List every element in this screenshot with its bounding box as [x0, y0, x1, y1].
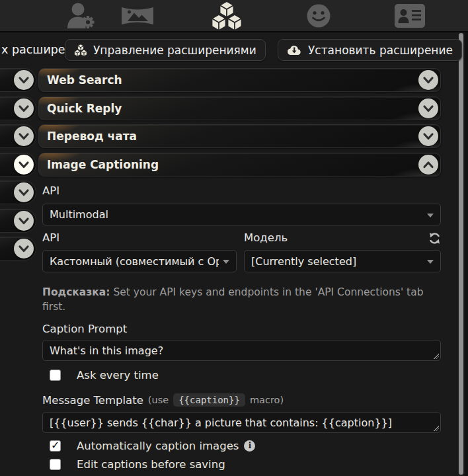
caption-prompt-input[interactable]: What's in this image?: [42, 340, 441, 361]
multimodal-model-select[interactable]: [Currently selected]: [244, 250, 441, 272]
chevron-down-icon[interactable]: [14, 70, 34, 90]
left-rail-pill[interactable]: [0, 237, 36, 260]
multimodal-model-label: Модель: [244, 231, 288, 245]
cubes-icon: [74, 44, 87, 57]
drawer-web-search[interactable]: Web Search: [38, 68, 441, 92]
message-template-input[interactable]: [{{user}} sends {{char}} a picture that …: [42, 412, 441, 433]
panel-right-edge: [465, 32, 468, 476]
message-template-value: [{{user}} sends {{char}} a picture that …: [50, 416, 392, 429]
chevron-up-icon[interactable]: [418, 155, 438, 175]
chevron-down-icon[interactable]: [418, 99, 438, 118]
drawer-image-captioning[interactable]: Image Captioning: [38, 153, 441, 177]
left-rail-pill[interactable]: [0, 68, 36, 92]
hint-bold: Подсказка:: [42, 286, 110, 298]
api-hint-text: Подсказка: Set your API keys and endpoin…: [42, 285, 441, 314]
left-rail-pill[interactable]: [0, 209, 36, 233]
multimodal-api-value: Кастомный (совместимый с Op: [50, 255, 219, 268]
backgrounds-panorama-icon[interactable]: [120, 4, 155, 28]
select-arrow-icon: [223, 260, 229, 264]
extensions-cubes-icon[interactable]: [211, 1, 243, 31]
info-icon[interactable]: i: [244, 440, 255, 452]
caption-source-label: API: [42, 184, 441, 198]
edit-captions-row: Edit captions before saving: [50, 457, 441, 471]
ask-every-time-checkbox[interactable]: [50, 370, 61, 381]
install-extension-label: Установить расширение: [308, 44, 453, 57]
chevron-down-icon[interactable]: [14, 126, 34, 146]
drawer-title: Quick Reply: [47, 97, 122, 120]
multimodal-api-label: API: [42, 231, 59, 245]
caption-macro-chip: {{caption}}: [173, 393, 245, 407]
multimodal-model-value: [Currently selected]: [251, 255, 356, 268]
chevron-down-icon[interactable]: [14, 155, 34, 175]
scrollbar-track[interactable]: [458, 32, 464, 476]
select-arrow-icon: [427, 214, 434, 218]
chevron-down-icon[interactable]: [14, 239, 34, 258]
caption-source-select[interactable]: Multimodal: [42, 204, 441, 225]
manage-extensions-label: Управление расширениями: [93, 44, 256, 57]
edit-captions-label: Edit captions before saving: [77, 458, 225, 471]
left-rail-pill[interactable]: [0, 124, 36, 148]
multimodal-api-select[interactable]: Кастомный (совместимый с Op: [42, 250, 237, 272]
drawer-title: Перевод чата: [47, 125, 137, 147]
auto-caption-label: Automatically caption images: [77, 440, 239, 452]
message-template-row: Message Template (use {{caption}} macro): [42, 391, 441, 409]
ask-every-time-row: Ask every time: [50, 369, 441, 381]
manage-extensions-button[interactable]: Управление расширениями: [65, 39, 266, 61]
install-extension-button[interactable]: Установить расширение: [278, 39, 462, 61]
caption-options-group: Automatically caption images i Edit capt…: [42, 439, 441, 476]
select-arrow-icon: [427, 260, 434, 264]
auto-caption-row: Automatically caption images i: [50, 439, 441, 452]
chevron-down-icon[interactable]: [418, 126, 438, 146]
ask-every-time-label: Ask every time: [77, 369, 159, 381]
refresh-models-icon[interactable]: [428, 232, 441, 245]
extensions-actions-row: х расширений Управление расширениями Уст…: [0, 38, 456, 63]
message-template-label: Message Template: [42, 394, 143, 407]
chevron-down-icon[interactable]: [418, 70, 438, 90]
left-rail-pill[interactable]: [0, 180, 36, 204]
left-rail-pill[interactable]: [0, 153, 36, 177]
user-settings-icon[interactable]: [65, 2, 97, 30]
caption-prompt-value: What's in this image?: [50, 344, 163, 357]
scrollbar-thumb[interactable]: [459, 33, 463, 475]
cloud-download-icon: [287, 44, 302, 56]
resize-grip-icon[interactable]: [433, 353, 439, 359]
template-use-text: (use: [148, 395, 169, 405]
personas-smiley-icon[interactable]: [306, 3, 331, 28]
left-rail-pill[interactable]: [0, 97, 36, 120]
drawer-title: Web Search: [47, 69, 122, 91]
drawer-quick-reply[interactable]: Quick Reply: [38, 97, 441, 120]
top-toolbar: [0, 0, 468, 32]
chevron-down-icon[interactable]: [14, 99, 34, 118]
caption-prompt-label: Caption Prompt: [42, 322, 441, 337]
chevron-down-icon[interactable]: [14, 182, 34, 202]
template-macro-text: macro): [250, 395, 284, 405]
drawer-title: Image Captioning: [47, 153, 159, 176]
chevron-down-icon[interactable]: [14, 211, 34, 231]
image-captioning-panel: API Multimodal API Кастомный (совместимы…: [42, 182, 441, 476]
resize-grip-icon[interactable]: [433, 425, 439, 431]
drawer-chat-translation[interactable]: Перевод чата: [38, 124, 441, 148]
caption-source-value: Multimodal: [50, 208, 108, 221]
auto-caption-checkbox[interactable]: [50, 440, 61, 452]
characters-card-icon[interactable]: [394, 3, 426, 28]
edit-captions-checkbox[interactable]: [50, 459, 61, 470]
